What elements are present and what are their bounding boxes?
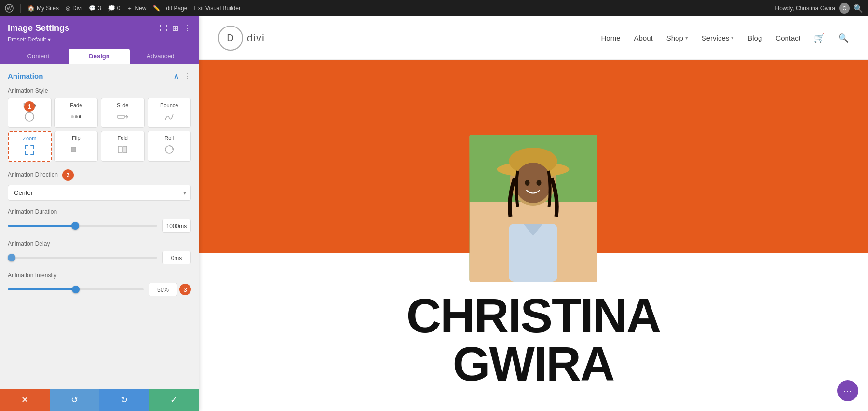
animation-intensity-row: Animation Intensity 50% 3 <box>8 272 191 296</box>
redo-icon: ↻ <box>121 395 128 405</box>
section-menu-button[interactable]: ⋮ <box>183 71 191 81</box>
zoom-icon <box>24 143 35 157</box>
animation-intensity-control: 50% 3 <box>8 283 191 296</box>
direction-select[interactable]: Center Top Bottom Left Right <box>8 185 191 201</box>
fade-icon <box>70 110 82 123</box>
fold-label: Fold <box>118 135 128 141</box>
intensity-value: 50% <box>149 283 177 296</box>
plus-icon: ＋ <box>127 4 133 13</box>
panel-body: Animation ∧ ⋮ Animation Style 1 None <box>0 64 199 389</box>
svg-point-17 <box>515 163 552 203</box>
comments-icon: 💬 <box>89 5 96 12</box>
split-view-icon[interactable]: ⊞ <box>172 24 178 33</box>
divi-button[interactable]: ◎ Divi <box>66 5 82 12</box>
intensity-track[interactable] <box>8 288 144 290</box>
howdy-text: Howdy, Christina Gwira <box>775 5 835 12</box>
svg-point-4 <box>75 115 78 118</box>
animation-style-label: Animation Style <box>8 87 191 94</box>
animation-style-fold[interactable]: Fold <box>101 131 145 162</box>
nav-about[interactable]: About <box>634 34 652 42</box>
animation-style-zoom[interactable]: Zoom <box>8 131 52 162</box>
confirm-button[interactable]: ✓ <box>149 389 199 411</box>
shop-chevron-icon: ▾ <box>685 35 688 41</box>
svg-rect-6 <box>118 115 124 118</box>
svg-point-19 <box>537 180 542 186</box>
chat-bubble-button[interactable]: ⋯ <box>837 380 858 401</box>
panel-footer: ✕ ↺ ↻ ✓ <box>0 389 199 411</box>
tab-advanced[interactable]: Advanced <box>130 49 191 64</box>
animation-direction-row: Animation Direction 2 Center Top Bottom … <box>8 169 191 201</box>
site-preview: D divi Home About Shop ▾ Services ▾ <box>199 16 868 411</box>
zoom-label: Zoom <box>23 136 36 141</box>
exit-visual-builder-button[interactable]: Exit Visual Builder <box>194 5 241 12</box>
svg-point-5 <box>79 115 81 118</box>
animation-style-none[interactable]: 1 None <box>8 98 52 128</box>
nav-contact[interactable]: Contact <box>775 34 800 42</box>
wp-logo-button[interactable]: W <box>5 4 14 13</box>
animation-style-flip[interactable]: Flip <box>54 131 98 162</box>
undo-button[interactable]: ↺ <box>50 389 99 411</box>
panel-title: Image Settings <box>8 23 69 33</box>
svg-point-18 <box>525 180 530 186</box>
svg-point-3 <box>71 115 74 118</box>
animation-style-roll[interactable]: Roll <box>148 131 191 162</box>
nav-blog[interactable]: Blog <box>747 34 762 42</box>
animation-style-bounce[interactable]: Bounce <box>148 98 191 128</box>
section-actions: ∧ ⋮ <box>173 71 191 81</box>
hero-orange-bg <box>199 60 868 253</box>
nav-shop[interactable]: Shop ▾ <box>666 34 688 42</box>
hero-section: CHRISTINA GWIRA <box>199 60 868 411</box>
chat-dots-icon: ⋯ <box>843 385 852 396</box>
home-icon: 🏠 <box>27 5 35 12</box>
more-options-icon[interactable]: ⋮ <box>183 24 191 33</box>
image-settings-panel: Image Settings ⛶ ⊞ ⋮ Preset: Default ▾ C… <box>0 16 199 411</box>
divi-icon: ◎ <box>66 5 70 12</box>
redo-button[interactable]: ↻ <box>99 389 149 411</box>
animation-style-fade[interactable]: Fade <box>54 98 98 128</box>
collapse-section-button[interactable]: ∧ <box>173 72 179 81</box>
cancel-icon: ✕ <box>21 395 28 405</box>
fold-icon <box>117 143 128 156</box>
edit-page-button[interactable]: ✏️ Edit Page <box>153 5 187 12</box>
tab-design[interactable]: Design <box>69 49 130 64</box>
cancel-button[interactable]: ✕ <box>0 389 50 411</box>
animation-duration-row: Animation Duration 1000ms <box>8 208 191 233</box>
duration-track[interactable] <box>8 225 157 227</box>
new-button[interactable]: ＋ New <box>127 4 146 13</box>
fade-label: Fade <box>70 102 82 108</box>
my-sites-button[interactable]: 🏠 My Sites <box>27 5 59 12</box>
animation-delay-label: Animation Delay <box>8 240 191 247</box>
cart-icon[interactable]: 🛒 <box>814 33 825 43</box>
tab-content[interactable]: Content <box>8 49 69 64</box>
animation-style-slide[interactable]: Slide <box>101 98 145 128</box>
messages-button[interactable]: 💭 0 <box>108 5 121 12</box>
direction-select-wrapper: Center Top Bottom Left Right ▾ <box>8 185 191 201</box>
pencil-icon: ✏️ <box>153 5 160 12</box>
logo-name: divi <box>247 32 265 44</box>
animation-delay-row: Animation Delay 0ms <box>8 240 191 264</box>
roll-icon <box>163 143 175 156</box>
site-logo: D divi <box>218 26 265 51</box>
preset-selector[interactable]: Preset: Default ▾ <box>8 36 191 43</box>
animation-direction-label: Animation Direction 2 <box>8 169 191 181</box>
avatar[interactable]: C <box>839 3 850 14</box>
confirm-icon: ✓ <box>170 395 177 405</box>
roll-label: Roll <box>164 135 174 141</box>
none-badge: 1 <box>24 101 35 112</box>
search-icon[interactable]: 🔍 <box>838 33 849 43</box>
expand-icon[interactable]: ⛶ <box>160 24 167 33</box>
svg-rect-8 <box>71 147 76 152</box>
slide-icon <box>117 110 128 123</box>
nav-services[interactable]: Services ▾ <box>702 34 734 42</box>
svg-text:W: W <box>7 5 12 11</box>
admin-bar: W 🏠 My Sites ◎ Divi 💬 3 💭 0 ＋ New ✏️ Edi… <box>0 0 868 16</box>
admin-bar-right: Howdy, Christina Gwira C 🔍 <box>775 3 863 14</box>
logo-circle: D <box>218 26 243 51</box>
slide-label: Slide <box>117 102 128 108</box>
comments-button[interactable]: 💬 3 <box>89 5 101 12</box>
search-admin-icon[interactable]: 🔍 <box>854 4 863 13</box>
animation-style-grid: 1 None Fade <box>8 98 191 162</box>
flip-icon <box>70 143 82 156</box>
delay-track[interactable] <box>8 257 157 259</box>
nav-home[interactable]: Home <box>601 34 620 42</box>
